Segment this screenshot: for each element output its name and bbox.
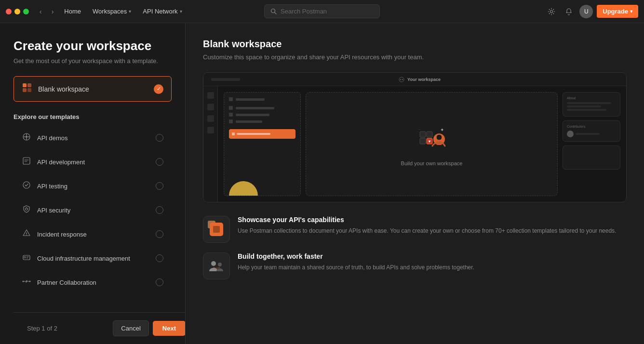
preview-subtitle: Customize this space to organize and sha… [203,53,627,61]
api-security-label: API security [37,207,150,214]
upgrade-button[interactable]: Upgrade ▾ [597,5,638,18]
svg-rect-14 [27,257,29,257]
incident-response-icon [22,229,31,239]
svg-rect-23 [420,138,426,144]
workspaces-nav[interactable]: Workspaces ▾ [89,6,135,17]
preview-center-panel: ♥ ✦ · · Build [306,92,558,196]
blank-workspace-option[interactable]: Blank workspace ✓ [13,76,172,102]
api-testing-icon [22,181,31,191]
home-nav[interactable]: Home [60,6,85,17]
svg-rect-5 [23,88,27,92]
svg-rect-3 [23,83,27,87]
feature-showcase-content: Showcase your API's capabilities Use Pos… [238,216,627,236]
api-development-icon [22,157,31,167]
feature-build-together-title: Build together, work faster [238,252,627,260]
api-demos-label: API demos [37,134,150,142]
search-placeholder: Search Postman [281,8,327,15]
search-bar[interactable]: Search Postman [264,4,380,18]
traffic-lights [6,9,29,14]
svg-point-33 [218,263,222,266]
left-panel: Create your workspace Get the most out o… [0,23,186,344]
preview-sidebar [203,86,218,202]
svg-point-20 [402,79,403,79]
template-item-api-testing[interactable]: API testing [13,174,172,198]
bell-icon [565,8,573,15]
showcase-icon-wrap [203,216,230,243]
feature-showcase-title: Showcase your API's capabilities [238,216,627,224]
search-icon [270,8,277,14]
settings-button[interactable] [545,5,558,18]
workspace-preview: Your workspace [203,72,627,202]
build-together-icon-wrap [203,252,230,279]
svg-point-7 [26,136,27,138]
svg-rect-15 [27,258,28,258]
partner-collab-icon [22,277,31,288]
partner-collab-radio[interactable] [156,278,163,286]
titlebar-right: U Upgrade ▾ [545,5,638,18]
blank-workspace-icon [22,82,32,95]
forward-button[interactable]: › [49,6,57,17]
templates-section-label: Explore our templates [13,113,172,120]
selected-check-icon: ✓ [154,84,163,94]
feature-build-together-desc: Help your team maintain a shared source … [238,263,627,272]
cloud-infra-label: Cloud infrastructure management [37,255,150,262]
team-icon [207,257,226,275]
svg-rect-6 [27,88,31,92]
preview-workspace-label: Build your own workspace [401,160,463,166]
cloud-infra-radio[interactable] [156,254,163,262]
feature-build-together: Build together, work faster Help your te… [203,252,627,279]
page-subtitle: Get the most out of your workspace with … [13,57,172,65]
template-item-api-security[interactable]: API security [13,198,172,222]
page-title: Create your workspace [13,39,172,53]
template-item-partner-collab[interactable]: Partner Collaboration [13,271,172,294]
avatar[interactable]: U [579,5,593,18]
next-button[interactable]: Next [153,321,186,336]
template-list: API demos API development [13,126,172,294]
back-button[interactable]: ‹ [37,6,45,17]
svg-text:·: · [419,127,420,132]
feature-showcase-desc: Use Postman collections to document your… [238,226,627,236]
cloud-infra-icon [22,253,31,264]
cancel-button[interactable]: Cancel [113,320,148,336]
svg-point-32 [211,261,216,266]
feature-build-together-content: Build together, work faster Help your te… [238,252,627,272]
svg-point-10 [23,182,30,188]
svg-rect-11 [26,208,28,210]
close-button[interactable] [6,9,12,14]
notifications-button[interactable] [562,5,576,18]
left-footer: Step 1 of 2 Cancel Next [13,312,186,344]
template-item-incident-response[interactable]: Incident response [13,223,172,246]
api-security-radio[interactable] [156,206,163,214]
api-demos-radio[interactable] [156,134,163,142]
api-testing-radio[interactable] [156,182,163,190]
feature-showcase: Showcase your API's capabilities Use Pos… [203,216,627,243]
svg-rect-21 [420,132,426,137]
right-panel: Blank workspace Customize this space to … [186,23,644,344]
main-layout: Create your workspace Get the most out o… [0,23,644,344]
svg-point-30 [436,134,442,140]
blank-workspace-label: Blank workspace [38,85,148,93]
svg-text:♥: ♥ [428,139,430,144]
api-testing-label: API testing [37,183,150,190]
template-item-cloud-infra[interactable]: Cloud infrastructure management [13,247,172,270]
api-security-icon [22,205,31,215]
partner-collab-label: Partner Collaboration [37,279,150,286]
incident-response-label: Incident response [37,231,150,238]
step-label: Step 1 of 2 [27,325,113,332]
api-network-nav[interactable]: API Network ▾ [139,6,186,17]
maximize-button[interactable] [23,9,29,14]
api-demos-icon [22,132,31,143]
api-development-label: API development [37,159,150,166]
incident-response-radio[interactable] [156,230,163,238]
svg-point-17 [29,281,31,282]
template-item-api-demos[interactable]: API demos [13,126,172,149]
template-item-api-development[interactable]: API development [13,150,172,173]
svg-rect-22 [427,132,432,137]
minimize-button[interactable] [14,9,20,14]
preview-add-button [229,129,295,139]
svg-line-1 [275,13,276,14]
svg-point-18 [399,77,404,82]
api-development-radio[interactable] [156,158,163,166]
svg-rect-31 [436,141,442,145]
svg-point-2 [550,10,553,13]
